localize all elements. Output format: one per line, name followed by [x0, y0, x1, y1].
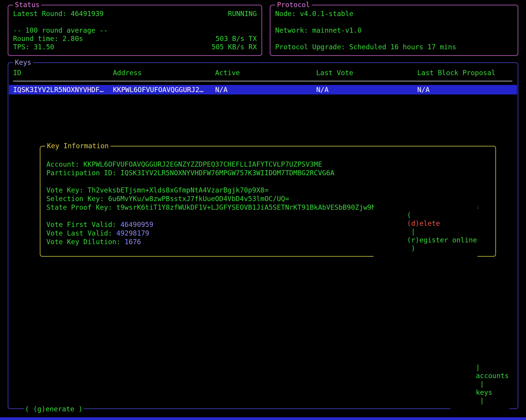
vote-key-value: Th2veksbETjsmn+Xlds8xGfmpNtA4VzarBgjk70p… — [87, 186, 268, 194]
keys-pane: Keys ID Address Active Last Vote Last Bl… — [8, 62, 518, 409]
protocol-pane: Protocol Node: v4.0.1-stable Network: ma… — [270, 5, 518, 56]
footer-separator: | — [476, 397, 484, 405]
participation-id-line: Participation ID: IQSK3IYV2LR5NOXNYVHDFW… — [46, 169, 495, 177]
network-text: Network: mainnet-v1.0 — [275, 26, 362, 34]
vote-key-dilution-value: 1676 — [125, 238, 141, 246]
column-header-id: ID — [13, 69, 21, 77]
tps-text: TPS: 31.50 — [13, 43, 54, 51]
row-cell-active: N/A — [215, 85, 228, 94]
accounts-view-link[interactable]: accounts — [476, 372, 509, 380]
view-switcher: | accounts | keys | — [451, 355, 509, 413]
keyinfo-spacer — [46, 177, 495, 186]
generate-action[interactable]: ( (g)enerate ) — [24, 405, 84, 413]
selection-key-label: Selection Key: — [46, 195, 104, 203]
key-information-title: Key Information — [45, 142, 111, 150]
status-pane: Status Latest Round: 46491939 RUNNING --… — [8, 5, 262, 56]
column-header-active: Active — [215, 69, 240, 77]
terminal-screen: Status Latest Round: 46491939 RUNNING --… — [0, 0, 526, 420]
table-row[interactable]: IQSK3IYV2LR5NOXNYVHDF… KKPWL6OFVUFOAVQGG… — [9, 85, 517, 94]
round-time-text: Round time: 2.80s — [13, 34, 83, 43]
row-cell-last-vote: N/A — [316, 85, 329, 94]
key-information-pane: Key Information Account: KKPWL6OFVUFOAVQ… — [40, 146, 496, 257]
header-separator — [13, 81, 512, 81]
keys-table-header: ID Address Active Last Vote Last Block P… — [8, 69, 518, 77]
actions-separator: | — [407, 228, 420, 236]
round-average-header: -- 100 round average -- — [13, 26, 108, 34]
row-cell-address: KKPWL6OFVUFOAVQGGURJ2… — [113, 85, 204, 94]
node-version-text: Node: v4.0.1-stable — [275, 10, 353, 18]
protocol-spacer — [275, 34, 513, 43]
protocol-upgrade-text: Protocol Upgrade: Scheduled 16 hours 17 … — [275, 43, 456, 51]
key-actions-hint: ( (d)elete | (r)egister online ) — [374, 203, 478, 261]
vote-key-line: Vote Key: Th2veksbETjsmn+Xlds8xGfmpNtA4V… — [46, 186, 495, 195]
delete-action[interactable]: (d)elete — [407, 220, 440, 227]
latest-round-text: Latest Round: 46491939 — [13, 10, 104, 18]
bottom-edge-bar — [0, 417, 526, 420]
participation-id-value: IQSK3IYV2LR5NOXNYVHDFW76MPGW757K3WIIDOM7… — [120, 169, 334, 177]
vote-key-dilution-label: Vote Key Dilution: — [46, 238, 120, 246]
status-pane-title: Status — [13, 1, 41, 9]
vote-first-valid-label: Vote First Valid: — [46, 221, 116, 228]
register-online-action[interactable]: (r)egister online — [407, 236, 477, 244]
vote-first-valid-value: 46490959 — [120, 221, 153, 228]
keys-pane-title: Keys — [13, 58, 33, 67]
actions-open-paren: ( — [407, 211, 415, 219]
footer-separator: | — [476, 380, 488, 388]
column-header-last-vote: Last Vote — [316, 69, 353, 77]
selection-key-value: 6u6MvYKu/w8zwPBsstxJ7fkUueOD4VbD4v53lmOC… — [108, 195, 289, 203]
account-line: Account: KKPWL6OFVUFOAVQGGURJ2EGNZYZZDPE… — [46, 160, 495, 169]
column-header-address: Address — [113, 69, 142, 77]
keys-view-link[interactable]: keys — [476, 389, 492, 396]
participation-id-label: Participation ID: — [46, 169, 116, 177]
column-header-last-block-proposal: Last Block Proposal — [417, 69, 495, 77]
row-cell-id: IQSK3IYV2LR5NOXNYVHDF… — [13, 85, 104, 94]
actions-close-paren: ) — [407, 244, 415, 252]
vote-last-valid-value: 49298179 — [116, 229, 149, 237]
account-value: KKPWL6OFVUFOAVQGGURJ2EGNZYZZDPEQ37CHEFLL… — [84, 160, 322, 168]
account-label: Account: — [46, 160, 79, 168]
footer-separator: | — [476, 364, 484, 371]
status-spacer — [13, 18, 257, 26]
rx-rate-text: 505 KB/s RX — [212, 43, 257, 51]
vote-key-label: Vote Key: — [46, 186, 84, 194]
protocol-spacer — [275, 18, 513, 26]
node-state-badge: RUNNING — [228, 10, 257, 18]
vote-last-valid-label: Vote Last Valid: — [46, 229, 112, 237]
state-proof-key-label: State Proof Key: — [46, 203, 112, 211]
row-cell-last-block-proposal: N/A — [417, 85, 430, 94]
selection-key-line: Selection Key: 6u6MvYKu/w8zwPBsstxJ7fkUu… — [46, 195, 495, 203]
protocol-pane-title: Protocol — [275, 1, 312, 9]
tx-rate-text: 503 B/s TX — [216, 34, 257, 43]
